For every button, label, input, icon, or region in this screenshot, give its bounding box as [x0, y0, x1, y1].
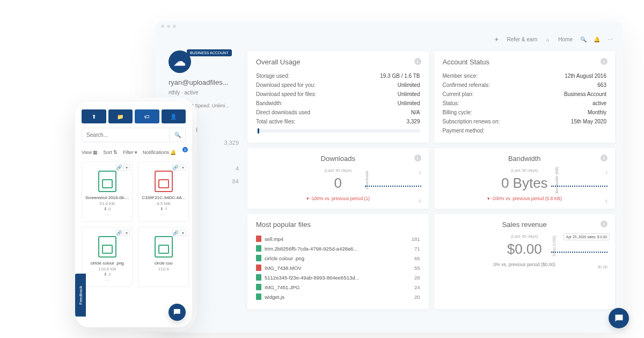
desktop-window: ✈ Refer & earn ⌂ Home 🔍 🔔 ⋯ ☁ BUSINESS A… [156, 21, 623, 333]
file-card[interactable]: 🔗▾ C339F21C-94DC-4A... 8.5 MB ⬇ 7 ⋯ [138, 161, 189, 222]
home-link[interactable]: Home [558, 36, 573, 42]
link-icon[interactable]: 🔗 [116, 164, 122, 171]
image-file-icon [98, 171, 116, 192]
file-card[interactable]: 🔗▾ cirlcle colour .png 110.8 KB ⬇ 2 ⋯ [82, 227, 133, 287]
refer-link[interactable]: Refer & earn [507, 36, 538, 42]
file-size: 51.0 KB [85, 201, 129, 206]
file-name: C339F21C-94DC-4A... [142, 195, 185, 200]
file-name: cirlcle colour .png [85, 261, 129, 266]
notifications-button[interactable]: Notifications🔔 [143, 150, 176, 155]
sparkline: Bandwidth (MB) 1 -1 [546, 171, 608, 203]
file-row[interactable]: trim.2b8256f5-7cda-4798-925d-a428a6...71 [256, 244, 420, 253]
file-size: 110.8 KB [85, 267, 129, 271]
tab-user[interactable]: 👤 [162, 109, 186, 123]
info-icon[interactable]: i [414, 58, 421, 65]
bell-icon[interactable]: 🔔 [594, 36, 599, 42]
chevron-down-icon[interactable]: ▾ [123, 230, 130, 236]
download-count: ⬇ 2 [85, 272, 129, 277]
card-title: Bandwidth [443, 155, 607, 163]
phone-search: 🔍 [82, 128, 186, 142]
grid-icon: ▦ [93, 150, 98, 155]
tab-upload[interactable]: ⬆ [82, 109, 106, 123]
notification-count: 9 [182, 147, 188, 152]
card-downloads: i Downloads (Last 30 days) 0 ▾ -100% vs.… [247, 148, 429, 209]
chat-icon [613, 313, 625, 324]
image-file-icon [155, 236, 173, 258]
sort-button[interactable]: Sort ⇅ [103, 150, 118, 155]
card-bandwidth: i Bandwidth (Last 30 days) 0 Bytes ▾ -10… [434, 148, 616, 209]
card-popular-files: Most popular files sell.mp4181 trim.2b82… [247, 214, 429, 309]
more-icon[interactable]: ⋯ [142, 212, 185, 218]
feedback-tab[interactable]: Feedback [75, 274, 86, 317]
file-row[interactable]: IMG_7451.JPG24 [256, 282, 420, 292]
more-icon[interactable]: ⋯ [85, 212, 129, 218]
link-icon[interactable]: 🔗 [172, 164, 179, 171]
link-icon[interactable]: 🔗 [172, 230, 179, 236]
video-file-icon [155, 171, 173, 192]
home-icon: ⌂ [545, 36, 551, 42]
card-title: Overall Usage [256, 58, 420, 66]
file-type-icon [256, 264, 261, 271]
phone-file-grid: 🔗▾ Screenshot 2018-06-... 51.0 KB ⬇ 0 ⋯ … [82, 161, 186, 287]
upload-icon: ⬆ [92, 114, 96, 120]
cards-grid: i Overall Usage Storage used:19.3 GB / 1… [244, 47, 623, 309]
tab-folder[interactable]: 📁 [108, 109, 133, 123]
search-button[interactable]: 🔍 [169, 128, 185, 142]
file-type-icon [256, 236, 261, 242]
file-row[interactable]: sell.mp4181 [256, 234, 420, 244]
traffic-lights [156, 21, 623, 31]
view-toggle[interactable]: View ▦ [82, 150, 98, 155]
file-size: 8.5 MB [142, 201, 185, 206]
file-type-icon [256, 274, 261, 281]
file-row[interactable]: IMG_7438.MOV55 [256, 263, 420, 273]
file-row[interactable]: 5112e345-f23e-49ab-8993-864ee6513d...28 [256, 273, 420, 282]
chevron-down-icon[interactable]: ▾ [180, 230, 186, 236]
phone-mockup: ⬆ 📁 🏷 👤 🔍 View ▦ Sort ⇅ Filter ▾ Notific… [75, 102, 192, 327]
account-badge: BUSINESS ACCOUNT [187, 49, 232, 56]
bell-icon: 🔔 [170, 150, 176, 155]
file-name: circle cou [142, 261, 185, 266]
info-icon[interactable]: i [414, 155, 421, 161]
chevron-down-icon[interactable]: ▾ [180, 164, 186, 171]
file-card[interactable]: 🔗▾ circle cou 110.8 [138, 227, 189, 287]
card-title: Most popular files [256, 221, 420, 229]
search-input[interactable] [82, 128, 169, 142]
card-title: Account Status [443, 58, 607, 66]
chevron-down-icon[interactable]: ▾ [123, 164, 130, 171]
card-sales: i Sales revenue (Last 30 days) $0.00 0% … [434, 214, 616, 309]
file-row[interactable]: cirlcle colour .png65 [256, 253, 420, 263]
phone-toolbar: View ▦ Sort ⇅ Filter ▾ Notifications🔔 9 [82, 150, 186, 155]
more-icon[interactable]: ⋯ [607, 36, 613, 42]
chat-button[interactable] [169, 304, 186, 321]
tab-tag[interactable]: 🏷 [135, 109, 159, 123]
filter-button[interactable]: Filter ▾ [123, 150, 137, 155]
card-title: Downloads [256, 155, 420, 163]
card-overall-usage: i Overall Usage Storage used:19.3 GB / 1… [247, 52, 429, 143]
card-title: Sales revenue [443, 221, 607, 229]
info-icon[interactable]: i [601, 155, 608, 161]
file-name: Screenshot 2018-06-... [85, 195, 129, 200]
search-icon: 🔍 [174, 132, 181, 138]
file-type-icon [256, 245, 261, 252]
file-row[interactable]: widget.js20 [256, 292, 420, 302]
file-type-icon [256, 293, 261, 300]
info-icon[interactable]: i [601, 221, 608, 227]
filter-icon: ▾ [135, 150, 137, 155]
plan-status: nthly · active [169, 90, 239, 95]
link-icon[interactable]: 🔗 [116, 230, 122, 236]
search-icon[interactable]: 🔍 [580, 36, 586, 42]
more-icon[interactable]: ⋯ [85, 278, 129, 283]
download-count: ⬇ 7 [142, 207, 185, 211]
paper-plane-icon: ✈ [494, 36, 500, 42]
chat-button[interactable] [609, 308, 629, 328]
tag-icon: 🏷 [144, 114, 150, 120]
file-card[interactable]: 🔗▾ Screenshot 2018-06-... 51.0 KB ⬇ 0 ⋯ [82, 161, 133, 222]
info-icon[interactable]: i [601, 58, 608, 65]
folder-icon: 📁 [117, 114, 123, 120]
user-icon: 👤 [170, 114, 177, 120]
user-email: ryan@uploadfiles... [169, 78, 239, 86]
chart-tooltip: Apr 25, 2020 sales: $ 0.00 [564, 233, 610, 240]
download-count: ⬇ 0 [85, 207, 129, 211]
file-type-icon [256, 284, 261, 290]
phone-tabs: ⬆ 📁 🏷 👤 [82, 109, 186, 123]
